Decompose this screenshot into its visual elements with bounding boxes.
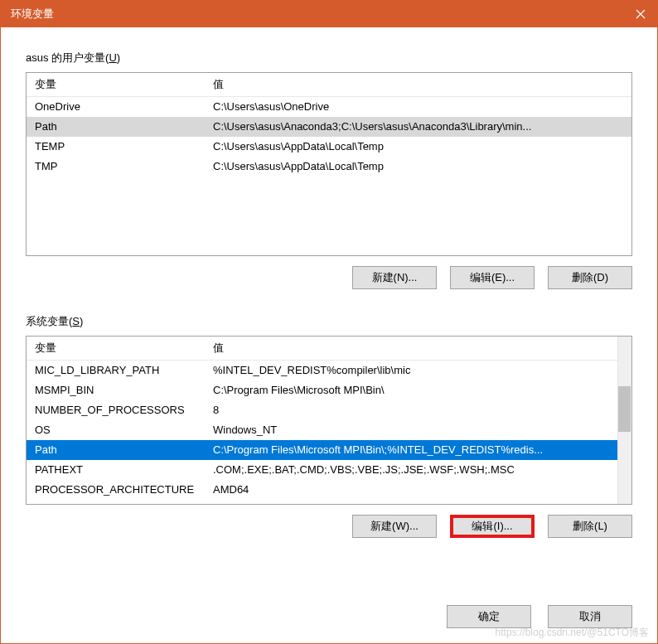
table-row[interactable]: OSWindows_NT [27, 420, 617, 440]
user-vars-table[interactable]: 变量 值 OneDriveC:\Users\asus\OneDrive Path… [27, 73, 631, 177]
table-row[interactable]: TEMPC:\Users\asus\AppData\Local\Temp [27, 137, 631, 157]
table-row[interactable]: TMPC:\Users\asus\AppData\Local\Temp [27, 157, 631, 177]
system-delete-button[interactable]: 删除(L) [548, 515, 632, 538]
table-row[interactable]: PathC:\Users\asus\Anaconda3;C:\Users\asu… [27, 117, 631, 137]
table-row[interactable]: PathC:\Program Files\Microsoft MPI\Bin\;… [27, 440, 617, 460]
user-new-button[interactable]: 新建(N)... [352, 266, 437, 289]
user-delete-button[interactable]: 删除(D) [548, 266, 632, 289]
system-edit-button[interactable]: 编辑(I)... [450, 515, 535, 538]
titlebar: 环境变量 [1, 1, 657, 27]
table-header-row: 变量 值 [27, 337, 617, 361]
window-title: 环境变量 [11, 7, 54, 22]
user-vars-label: asus 的用户变量(U) [26, 51, 632, 65]
scrollbar[interactable] [617, 337, 631, 504]
table-row[interactable]: MSMPI_BINC:\Program Files\Microsoft MPI\… [27, 380, 617, 400]
col-value[interactable]: 值 [205, 73, 631, 97]
user-vars-section: asus 的用户变量(U) 变量 值 OneDriveC:\Users\asus… [26, 51, 632, 289]
col-value[interactable]: 值 [205, 337, 617, 361]
env-vars-dialog: 环境变量 asus 的用户变量(U) 变量 值 [0, 0, 658, 644]
system-vars-label: 系统变量(S) [26, 314, 632, 329]
scroll-thumb[interactable] [618, 386, 631, 432]
dialog-footer-buttons: 确定 取消 [447, 605, 632, 628]
table-header-row: 变量 值 [27, 73, 631, 97]
user-edit-button[interactable]: 编辑(E)... [450, 266, 535, 289]
table-row[interactable]: NUMBER_OF_PROCESSORS8 [27, 400, 617, 420]
table-row[interactable]: PATHEXT.COM;.EXE;.BAT;.CMD;.VBS;.VBE;.JS… [27, 460, 617, 480]
cancel-button[interactable]: 取消 [548, 605, 632, 628]
table-row[interactable]: MIC_LD_LIBRARY_PATH%INTEL_DEV_REDIST%com… [27, 361, 617, 380]
table-row[interactable]: PROCESSOR_ARCHITECTUREAMD64 [27, 480, 617, 500]
system-vars-buttons: 新建(W)... 编辑(I)... 删除(L) [26, 515, 632, 538]
close-icon [636, 9, 646, 19]
close-button[interactable] [624, 1, 657, 27]
system-vars-table-container: 变量 值 MIC_LD_LIBRARY_PATH%INTEL_DEV_REDIS… [26, 336, 632, 505]
col-variable[interactable]: 变量 [27, 337, 205, 361]
ok-button[interactable]: 确定 [447, 605, 531, 628]
system-vars-table[interactable]: 变量 值 MIC_LD_LIBRARY_PATH%INTEL_DEV_REDIS… [27, 337, 617, 500]
col-variable[interactable]: 变量 [27, 73, 205, 97]
system-new-button[interactable]: 新建(W)... [352, 515, 437, 538]
dialog-content: asus 的用户变量(U) 变量 值 OneDriveC:\Users\asus… [1, 27, 657, 550]
system-vars-section: 系统变量(S) 变量 值 MIC_LD_LIBRARY_PATH%INTEL_D… [26, 314, 632, 538]
user-vars-buttons: 新建(N)... 编辑(E)... 删除(D) [26, 266, 632, 289]
user-vars-table-container: 变量 值 OneDriveC:\Users\asus\OneDrive Path… [26, 72, 632, 256]
table-row[interactable]: OneDriveC:\Users\asus\OneDrive [27, 97, 631, 117]
